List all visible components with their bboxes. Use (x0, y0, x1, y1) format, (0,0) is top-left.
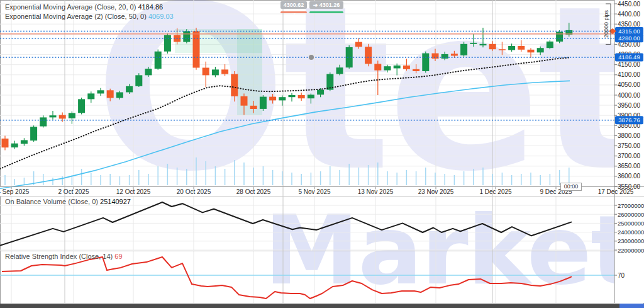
x-axis-tick: 28 Oct 2025 (236, 188, 271, 195)
candle[interactable] (241, 96, 248, 106)
candle[interactable] (193, 31, 200, 68)
candle[interactable] (69, 113, 75, 118)
candle[interactable] (508, 46, 515, 50)
bottom-bar-accent (619, 304, 644, 308)
pips-measure[interactable]: 20000 pips (603, 4, 611, 44)
rsi-axis-tick: 70 (618, 272, 625, 279)
candle[interactable] (403, 66, 410, 69)
candle[interactable] (499, 49, 506, 50)
candle[interactable] (87, 93, 94, 99)
candle[interactable] (460, 44, 467, 55)
candle[interactable] (317, 90, 324, 95)
obv-line[interactable] (0, 202, 572, 246)
candle[interactable] (260, 97, 267, 109)
candle[interactable] (432, 54, 439, 59)
crosshair-time-tooltip: 00:00 (560, 183, 582, 191)
candle[interactable] (59, 115, 66, 119)
y-axis-tick: 4000.00 (618, 92, 641, 99)
candle[interactable] (40, 117, 47, 126)
candle[interactable] (155, 52, 162, 69)
candle[interactable] (480, 44, 487, 45)
candle[interactable] (21, 140, 28, 144)
rsi-line[interactable] (2, 257, 572, 299)
candle[interactable] (269, 97, 276, 101)
y-axis-tick: 4350.00 (618, 21, 641, 28)
order-marker-dot[interactable] (309, 55, 314, 60)
obv-legend-row[interactable]: On Balance Volume (Close, 0) 25140927 (5, 198, 131, 205)
candle[interactable] (78, 99, 85, 113)
candle[interactable] (518, 46, 525, 50)
ema20-line[interactable] (0, 57, 570, 169)
x-axis-tick: 17 Dec 2025 (598, 188, 634, 195)
ema50-legend-value: 4069.03 (148, 13, 174, 20)
svg-text:4315.00: 4315.00 (618, 28, 640, 35)
obv-legend-value: 25140927 (100, 198, 131, 205)
candle[interactable] (451, 54, 458, 55)
svg-text:4280.00: 4280.00 (618, 35, 640, 42)
ema20-legend-label: Exponential Moving Average (Close, 20, 0… (5, 3, 136, 11)
candle[interactable] (365, 47, 372, 64)
rsi-legend-row[interactable]: Relative Strength Index (Close, 14) 69 (5, 253, 123, 260)
month-separators (65, 0, 492, 303)
candle[interactable] (183, 31, 190, 42)
candle[interactable] (30, 127, 37, 140)
candle[interactable] (2, 139, 9, 147)
buy-button[interactable]: ➜ 4301.26 (309, 1, 343, 9)
candle[interactable] (470, 43, 477, 44)
y-axis-tick: 3950.00 (618, 102, 641, 109)
candle[interactable] (250, 106, 257, 109)
buy-arrow-icon: ➜ (313, 2, 318, 8)
candle[interactable] (384, 66, 391, 70)
candle[interactable] (212, 69, 219, 75)
y-axis-tick: 4450.00 (618, 1, 641, 8)
candle[interactable] (528, 50, 535, 53)
y-axis-tick: 4100.00 (618, 71, 641, 78)
candle[interactable] (11, 144, 18, 147)
y-axis-tick: 4150.00 (618, 61, 641, 68)
candle[interactable] (413, 69, 419, 71)
candle[interactable] (221, 69, 228, 74)
chart-plot-layer[interactable]: 4450.004400.004350.004300.004250.004200.… (0, 0, 644, 308)
candle[interactable] (279, 97, 286, 100)
candle[interactable] (308, 94, 314, 98)
price-level-lines[interactable] (0, 31, 614, 120)
candle[interactable] (336, 67, 343, 74)
quote-widget: 4300.62 ➜ ➜ 4301.26 (280, 1, 350, 16)
indicator-legend-ema: Exponential Moving Average (Close, 20, 0… (5, 3, 174, 21)
candle[interactable] (489, 44, 496, 49)
candle[interactable] (116, 93, 123, 98)
candle[interactable] (107, 90, 114, 98)
x-axis-tick: 20 Oct 2025 (177, 188, 211, 195)
candle[interactable] (355, 42, 362, 47)
pips-measure-label: 20000 pips (603, 9, 609, 38)
candle[interactable] (537, 48, 544, 52)
candle[interactable] (556, 32, 563, 42)
y-axis-tick: 3750.00 (618, 142, 641, 149)
candle[interactable] (50, 115, 57, 117)
candle[interactable] (394, 66, 401, 69)
candle[interactable] (374, 64, 381, 70)
candle[interactable] (203, 68, 209, 76)
candle[interactable] (298, 95, 305, 98)
candle[interactable] (231, 74, 238, 96)
candle[interactable] (422, 54, 429, 71)
candle[interactable] (547, 42, 553, 48)
obv-axis-tick: 22000000 (618, 247, 644, 254)
x-axis-tick: 1 Dec 2025 (479, 188, 512, 195)
candle[interactable] (97, 90, 104, 93)
x-axis-tick: 23 Nov 2025 (418, 188, 454, 195)
ema20-legend-row[interactable]: Exponential Moving Average (Close, 20, 0… (5, 3, 174, 12)
y-axis-tick: 4050.00 (618, 81, 641, 88)
candle[interactable] (145, 69, 152, 75)
ema50-legend-row[interactable]: Exponential Moving Average (2) (Close, 5… (5, 12, 174, 21)
candle[interactable] (135, 75, 142, 86)
x-axis-tick: 12 Oct 2025 (116, 188, 151, 195)
candle[interactable] (346, 47, 353, 67)
candle[interactable] (441, 54, 448, 59)
trading-chart-window: Otet Markets 4450.004400.004350.004300.0… (0, 0, 644, 308)
sell-price: 4300.62 (284, 2, 304, 8)
sell-button[interactable]: 4300.62 ➜ (280, 1, 307, 9)
candle[interactable] (164, 35, 171, 52)
candle[interactable] (126, 86, 133, 93)
candle[interactable] (289, 95, 296, 97)
